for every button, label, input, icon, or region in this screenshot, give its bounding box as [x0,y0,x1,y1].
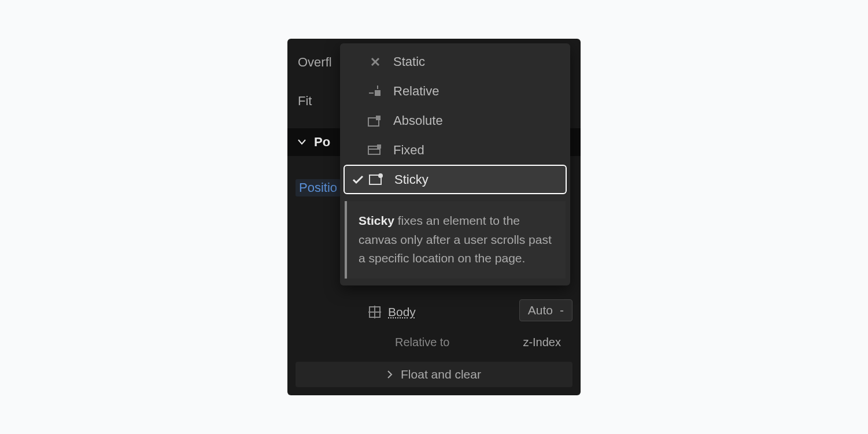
fit-text: Fit [298,94,312,109]
relative-icon [365,86,385,97]
dropdown-item-sticky[interactable]: Sticky [343,165,567,194]
dropdown-item-label: Static [393,54,425,69]
float-clear-label: Float and clear [401,368,481,381]
z-index-text: z-Index [523,336,561,348]
float-clear-toggle[interactable]: Float and clear [296,362,572,387]
auto-text: Auto [528,303,553,317]
sticky-icon [367,173,386,186]
absolute-icon [365,115,385,127]
static-icon [365,56,385,68]
chevron-right-icon [387,370,393,379]
body-icon [368,306,381,318]
body-link-text: Body [388,305,416,319]
position-label-text: Positio [299,180,337,195]
svg-rect-4 [376,116,381,120]
dropdown-item-label: Fixed [393,143,424,158]
svg-rect-7 [377,144,381,149]
style-panel: Overfl Fit Po Positio Static Relative [287,39,581,395]
dropdown-item-fixed[interactable]: Fixed [340,135,570,165]
dropdown-item-static[interactable]: Static [340,47,570,76]
auto-suffix: - [560,303,564,317]
dropdown-item-label: Absolute [393,113,443,128]
overflow-text: Overfl [298,55,332,70]
dropdown-item-label: Sticky [394,172,429,187]
section-title: Po [314,135,330,150]
check-icon [349,175,367,184]
relative-to-label: Relative to [395,336,450,349]
svg-point-9 [378,173,383,178]
sticky-tooltip: Sticky fixes an element to the canvas on… [345,201,566,279]
overflow-label: Overfl [287,55,342,70]
z-index-label: z-Index [523,336,561,349]
position-property-label[interactable]: Positio [296,179,341,196]
fixed-icon [365,144,385,156]
dropdown-item-relative[interactable]: Relative [340,76,570,106]
position-dropdown: Static Relative Absolute Fixed [340,43,570,285]
svg-rect-0 [375,90,381,96]
tooltip-strong: Sticky [359,214,394,227]
relative-to-text: Relative to [395,336,450,348]
z-index-value[interactable]: Auto - [519,299,572,321]
relative-to-body[interactable]: Body [368,305,416,319]
dropdown-item-label: Relative [393,84,439,99]
dropdown-item-absolute[interactable]: Absolute [340,106,570,135]
chevron-down-icon [298,139,306,145]
fit-label: Fit [287,94,322,109]
